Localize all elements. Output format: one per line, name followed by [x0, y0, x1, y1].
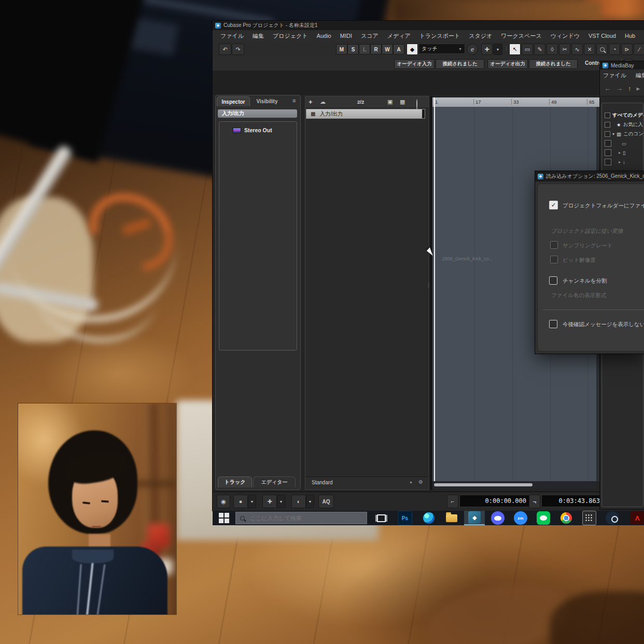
record-mode-button[interactable]: ● — [233, 495, 248, 508]
tree-checkbox[interactable] — [605, 140, 611, 147]
menu-project[interactable]: プロジェクト — [273, 32, 308, 40]
quantize-dropdown[interactable]: ▼ — [306, 495, 314, 508]
range-selection-tool[interactable]: ▭ — [522, 44, 533, 55]
play-tool[interactable]: ⊳ — [621, 44, 633, 55]
timeline-hscrollbar[interactable] — [432, 481, 596, 488]
audio-quantize-button[interactable]: AQ — [318, 495, 334, 508]
preset-dropdown-icon[interactable]: ▼ — [409, 481, 413, 484]
io-section-header[interactable]: 入力/出力 — [218, 109, 297, 118]
stereo-out-row[interactable]: Stereo Out — [219, 126, 296, 134]
task-view-button[interactable] — [374, 511, 388, 525]
copy-to-folder-checkbox[interactable]: ✓ — [549, 201, 558, 209]
tree-item-documents[interactable]: ▸ ▯ — [602, 148, 644, 157]
discord-app[interactable] — [491, 511, 505, 525]
right-locator-time[interactable]: 0:03:43.863 — [541, 495, 605, 507]
import-dialog-titlebar[interactable]: ◆ 読み込みオプション: 2506_Genick_Kick_co — [535, 171, 644, 181]
undo-button[interactable]: ↶ — [219, 44, 231, 55]
cubase-app-active[interactable]: ◆ — [464, 511, 485, 525]
sample-rate-checkbox[interactable] — [550, 241, 558, 249]
inspector-tab[interactable]: Inspector — [217, 96, 250, 106]
attach-icon[interactable]: ▸ — [637, 85, 640, 92]
mute-all-button[interactable]: M — [336, 44, 347, 54]
tree-checkbox[interactable] — [605, 122, 610, 128]
zoom-tool[interactable] — [596, 44, 608, 55]
forward-icon[interactable]: → — [616, 85, 623, 92]
menu-edit[interactable]: 編集 — [253, 32, 264, 40]
visibility-tab[interactable]: Visibility — [251, 96, 283, 106]
tree-item-favorites[interactable]: ★ お気に入り — [602, 120, 644, 129]
menu-workspace[interactable]: ワークスペース — [501, 32, 541, 40]
listen-button[interactable]: L — [359, 44, 370, 54]
io-folder-track-row[interactable]: ▩ 入力/出力 — [306, 109, 425, 119]
hscrollbar-thumb[interactable] — [434, 483, 533, 486]
menu-audio[interactable]: Audio — [317, 33, 331, 39]
redo-button[interactable]: ↷ — [232, 44, 244, 55]
start-button[interactable] — [213, 511, 235, 525]
record-mode-dropdown[interactable]: ▼ — [248, 495, 256, 508]
back-icon[interactable]: ← — [604, 85, 611, 92]
steam-app[interactable] — [606, 511, 619, 525]
taskbar-search-input[interactable] — [249, 514, 355, 522]
read-automation-button[interactable]: R — [370, 44, 382, 54]
inspector-menu-icon[interactable]: ≡ — [292, 97, 296, 104]
grid-icon[interactable]: ▦ — [400, 99, 405, 105]
tree-checkbox[interactable] — [605, 159, 611, 165]
expand-icon[interactable]: ▾ — [612, 132, 614, 136]
collapse-icon[interactable]: ▸ — [619, 150, 621, 155]
audio-input-button[interactable]: オーディオ入力 — [394, 59, 435, 69]
project-playhead[interactable] — [434, 97, 435, 481]
menu-transport[interactable]: トランスポート — [419, 32, 460, 40]
menu-midi[interactable]: MIDI — [340, 33, 352, 39]
menu-media[interactable]: メディア — [387, 32, 411, 40]
menu-window[interactable]: ウィンドウ — [551, 32, 580, 40]
menu-studio[interactable]: スタジオ — [469, 32, 492, 40]
editor-zone-tab[interactable]: エディター — [253, 477, 296, 487]
camera-icon[interactable]: ▣ — [387, 99, 393, 105]
track-search-button[interactable] — [416, 100, 417, 109]
tree-checkbox[interactable] — [605, 149, 611, 156]
write-automation-button[interactable]: W — [382, 44, 393, 54]
right-locator-flag-icon[interactable]: ¬ — [529, 495, 540, 508]
track-row-right-handle[interactable] — [422, 109, 425, 118]
glue-tool[interactable]: ∿ — [571, 44, 583, 55]
mediabay-menu-edit[interactable]: 編集 — [636, 72, 644, 79]
automation-panel-button[interactable]: A — [393, 44, 404, 54]
split-channels-checkbox[interactable] — [549, 276, 557, 285]
left-locator-flag-icon[interactable]: ⌐ — [447, 495, 458, 508]
editor-preset-value[interactable]: Standard — [312, 480, 333, 485]
app-grid-app[interactable] — [582, 511, 597, 525]
bit-resolution-checkbox[interactable] — [550, 256, 558, 263]
chrome-app[interactable] — [559, 511, 573, 525]
menu-score[interactable]: スコア — [361, 32, 379, 40]
left-locator-time[interactable]: 0:00:00.000 — [459, 495, 531, 507]
autoscroll-button[interactable]: ✚ — [481, 44, 493, 55]
tree-item-all-media[interactable]: すべてのメディア — [602, 110, 644, 120]
tree-checkbox[interactable] — [605, 131, 610, 137]
divider-handle[interactable]: ⋮ — [426, 283, 431, 288]
edit-channel-button[interactable]: e — [467, 44, 478, 55]
mediabay-menu-file[interactable]: ファイル — [603, 72, 626, 79]
up-icon[interactable]: ↑ — [628, 85, 632, 92]
edge-app[interactable] — [422, 511, 436, 525]
track-list-empty-area[interactable] — [306, 119, 428, 477]
file-explorer-app[interactable] — [445, 511, 458, 525]
add-track-button[interactable]: + — [309, 98, 313, 106]
draw-tool[interactable]: ✎ — [534, 44, 545, 55]
line-app[interactable] — [537, 511, 550, 525]
mediabay-titlebar[interactable]: ◆ MediaBay — [600, 61, 644, 69]
metronome-button[interactable]: ◉ — [217, 495, 230, 508]
acrobat-app[interactable]: Λ — [631, 511, 644, 525]
cubase-titlebar[interactable]: ◆ Cubase Pro プロジェクト - 名称未設定1 — [213, 21, 644, 30]
snap-button[interactable]: ✚ — [262, 495, 277, 508]
automation-mode-icon[interactable]: ◆ — [407, 44, 418, 55]
automation-mode-select[interactable]: タッチ ▼ — [418, 44, 465, 54]
line-tool[interactable]: ∕ — [634, 44, 644, 55]
track-preset-button[interactable]: ☁ — [320, 99, 326, 105]
menu-file[interactable]: ファイル — [220, 32, 244, 40]
menu-hub[interactable]: Hub — [625, 33, 635, 39]
object-selection-tool[interactable]: ↖ — [509, 44, 521, 55]
autoscroll-options-button[interactable]: ▼ — [493, 44, 502, 55]
photoshop-app[interactable]: Ps — [398, 511, 412, 525]
tree-item-downloads[interactable]: ▸ ↓ — [602, 157, 644, 166]
erase-tool[interactable]: ◊ — [547, 44, 558, 55]
